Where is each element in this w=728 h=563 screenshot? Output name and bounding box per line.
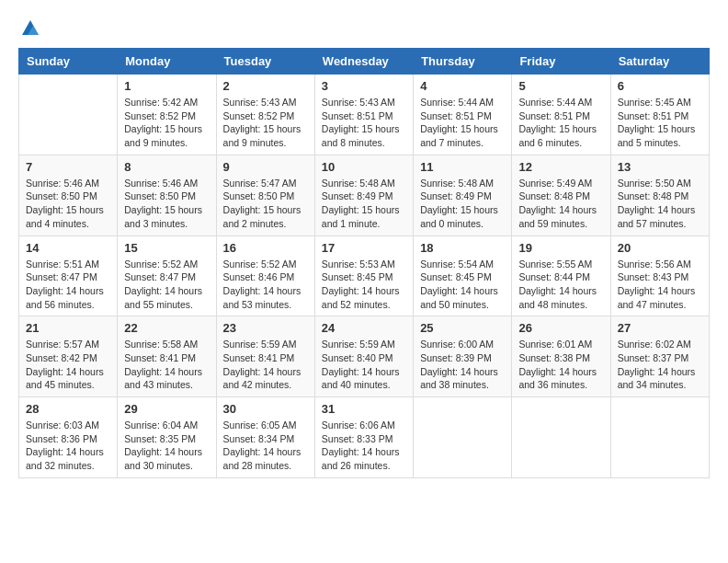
logo-icon [20, 18, 40, 39]
day-number: 26 [518, 321, 603, 335]
calendar-cell: 19Sunrise: 5:55 AMSunset: 8:44 PMDayligh… [512, 236, 610, 316]
week-row-2: 7Sunrise: 5:46 AMSunset: 8:50 PMDaylight… [19, 155, 710, 236]
day-info: Sunrise: 5:54 AMSunset: 8:45 PMDaylight:… [420, 258, 505, 312]
calendar-cell: 25Sunrise: 6:00 AMSunset: 8:39 PMDayligh… [414, 316, 512, 397]
calendar-cell: 8Sunrise: 5:46 AMSunset: 8:50 PMDaylight… [118, 155, 216, 236]
day-info: Sunrise: 5:52 AMSunset: 8:47 PMDaylight:… [124, 258, 209, 312]
calendar-cell: 31Sunrise: 6:06 AMSunset: 8:33 PMDayligh… [314, 397, 413, 478]
day-number: 10 [322, 160, 406, 174]
week-row-3: 14Sunrise: 5:51 AMSunset: 8:47 PMDayligh… [19, 236, 710, 316]
calendar-cell [610, 397, 709, 478]
day-number: 20 [618, 241, 702, 255]
calendar-cell: 13Sunrise: 5:50 AMSunset: 8:48 PMDayligh… [610, 155, 709, 236]
calendar-cell: 27Sunrise: 6:02 AMSunset: 8:37 PMDayligh… [610, 316, 709, 397]
day-info: Sunrise: 5:48 AMSunset: 8:49 PMDaylight:… [322, 177, 406, 231]
calendar-cell: 4Sunrise: 5:44 AMSunset: 8:51 PMDaylight… [414, 75, 512, 155]
column-header-sunday: Sunday [19, 49, 118, 75]
calendar-cell: 26Sunrise: 6:01 AMSunset: 8:38 PMDayligh… [512, 316, 610, 397]
day-number: 8 [124, 160, 209, 174]
day-info: Sunrise: 5:43 AMSunset: 8:52 PMDaylight:… [223, 96, 308, 150]
day-info: Sunrise: 5:48 AMSunset: 8:49 PMDaylight:… [420, 177, 505, 231]
calendar-cell: 12Sunrise: 5:49 AMSunset: 8:48 PMDayligh… [512, 155, 610, 236]
calendar-cell: 20Sunrise: 5:56 AMSunset: 8:43 PMDayligh… [610, 236, 709, 316]
header-row: SundayMondayTuesdayWednesdayThursdayFrid… [19, 49, 710, 75]
logo [18, 18, 40, 39]
calendar-cell: 15Sunrise: 5:52 AMSunset: 8:47 PMDayligh… [118, 236, 216, 316]
calendar-cell: 3Sunrise: 5:43 AMSunset: 8:51 PMDaylight… [314, 75, 413, 155]
day-number: 30 [223, 402, 308, 416]
day-number: 21 [26, 321, 110, 335]
column-header-wednesday: Wednesday [314, 49, 413, 75]
calendar-cell: 11Sunrise: 5:48 AMSunset: 8:49 PMDayligh… [414, 155, 512, 236]
calendar-cell [512, 397, 610, 478]
day-info: Sunrise: 5:46 AMSunset: 8:50 PMDaylight:… [26, 177, 110, 231]
day-info: Sunrise: 5:43 AMSunset: 8:51 PMDaylight:… [322, 96, 406, 150]
calendar-cell: 28Sunrise: 6:03 AMSunset: 8:36 PMDayligh… [19, 397, 118, 478]
column-header-saturday: Saturday [610, 49, 709, 75]
day-number: 6 [618, 79, 702, 93]
day-info: Sunrise: 5:56 AMSunset: 8:43 PMDaylight:… [618, 258, 702, 312]
day-number: 1 [124, 79, 209, 93]
calendar-cell: 9Sunrise: 5:47 AMSunset: 8:50 PMDaylight… [216, 155, 314, 236]
day-info: Sunrise: 5:49 AMSunset: 8:48 PMDaylight:… [518, 177, 603, 231]
calendar-cell: 1Sunrise: 5:42 AMSunset: 8:52 PMDaylight… [118, 75, 216, 155]
calendar-cell: 21Sunrise: 5:57 AMSunset: 8:42 PMDayligh… [19, 316, 118, 397]
day-number: 3 [322, 79, 406, 93]
day-number: 13 [618, 160, 702, 174]
day-info: Sunrise: 6:05 AMSunset: 8:34 PMDaylight:… [223, 419, 308, 473]
day-number: 23 [223, 321, 308, 335]
day-number: 12 [518, 160, 603, 174]
calendar-cell: 22Sunrise: 5:58 AMSunset: 8:41 PMDayligh… [118, 316, 216, 397]
calendar-cell: 10Sunrise: 5:48 AMSunset: 8:49 PMDayligh… [314, 155, 413, 236]
day-info: Sunrise: 5:44 AMSunset: 8:51 PMDaylight:… [518, 96, 603, 150]
day-info: Sunrise: 5:57 AMSunset: 8:42 PMDaylight:… [26, 338, 110, 392]
calendar-cell: 18Sunrise: 5:54 AMSunset: 8:45 PMDayligh… [414, 236, 512, 316]
calendar-table: SundayMondayTuesdayWednesdayThursdayFrid… [18, 48, 710, 478]
column-header-monday: Monday [118, 49, 216, 75]
day-number: 17 [322, 241, 406, 255]
column-header-thursday: Thursday [414, 49, 512, 75]
day-info: Sunrise: 5:46 AMSunset: 8:50 PMDaylight:… [124, 177, 209, 231]
day-number: 4 [420, 79, 505, 93]
column-header-friday: Friday [512, 49, 610, 75]
day-info: Sunrise: 5:44 AMSunset: 8:51 PMDaylight:… [420, 96, 505, 150]
day-number: 16 [223, 241, 308, 255]
day-info: Sunrise: 5:55 AMSunset: 8:44 PMDaylight:… [518, 258, 603, 312]
calendar-cell: 7Sunrise: 5:46 AMSunset: 8:50 PMDaylight… [19, 155, 118, 236]
day-info: Sunrise: 5:53 AMSunset: 8:45 PMDaylight:… [322, 258, 406, 312]
day-number: 22 [124, 321, 209, 335]
day-number: 2 [223, 79, 308, 93]
day-info: Sunrise: 6:06 AMSunset: 8:33 PMDaylight:… [322, 419, 406, 473]
calendar-cell [414, 397, 512, 478]
calendar-cell: 2Sunrise: 5:43 AMSunset: 8:52 PMDaylight… [216, 75, 314, 155]
day-number: 14 [26, 241, 110, 255]
day-info: Sunrise: 5:50 AMSunset: 8:48 PMDaylight:… [618, 177, 702, 231]
header [18, 18, 710, 39]
day-number: 5 [518, 79, 603, 93]
day-number: 27 [618, 321, 702, 335]
day-number: 29 [124, 402, 209, 416]
day-number: 15 [124, 241, 209, 255]
day-number: 19 [518, 241, 603, 255]
calendar-cell: 16Sunrise: 5:52 AMSunset: 8:46 PMDayligh… [216, 236, 314, 316]
day-number: 18 [420, 241, 505, 255]
week-row-4: 21Sunrise: 5:57 AMSunset: 8:42 PMDayligh… [19, 316, 710, 397]
calendar-cell: 5Sunrise: 5:44 AMSunset: 8:51 PMDaylight… [512, 75, 610, 155]
calendar-cell: 29Sunrise: 6:04 AMSunset: 8:35 PMDayligh… [118, 397, 216, 478]
day-info: Sunrise: 5:42 AMSunset: 8:52 PMDaylight:… [124, 96, 209, 150]
day-info: Sunrise: 5:51 AMSunset: 8:47 PMDaylight:… [26, 258, 110, 312]
day-number: 28 [26, 402, 110, 416]
day-info: Sunrise: 5:59 AMSunset: 8:40 PMDaylight:… [322, 338, 406, 392]
day-info: Sunrise: 6:01 AMSunset: 8:38 PMDaylight:… [518, 338, 603, 392]
week-row-5: 28Sunrise: 6:03 AMSunset: 8:36 PMDayligh… [19, 397, 710, 478]
day-info: Sunrise: 5:59 AMSunset: 8:41 PMDaylight:… [223, 338, 308, 392]
calendar-cell: 6Sunrise: 5:45 AMSunset: 8:51 PMDaylight… [610, 75, 709, 155]
day-info: Sunrise: 5:47 AMSunset: 8:50 PMDaylight:… [223, 177, 308, 231]
calendar-cell: 23Sunrise: 5:59 AMSunset: 8:41 PMDayligh… [216, 316, 314, 397]
day-info: Sunrise: 6:03 AMSunset: 8:36 PMDaylight:… [26, 419, 110, 473]
calendar-cell [19, 75, 118, 155]
calendar-cell: 17Sunrise: 5:53 AMSunset: 8:45 PMDayligh… [314, 236, 413, 316]
day-info: Sunrise: 6:02 AMSunset: 8:37 PMDaylight:… [618, 338, 702, 392]
calendar-cell: 30Sunrise: 6:05 AMSunset: 8:34 PMDayligh… [216, 397, 314, 478]
calendar-cell: 24Sunrise: 5:59 AMSunset: 8:40 PMDayligh… [314, 316, 413, 397]
